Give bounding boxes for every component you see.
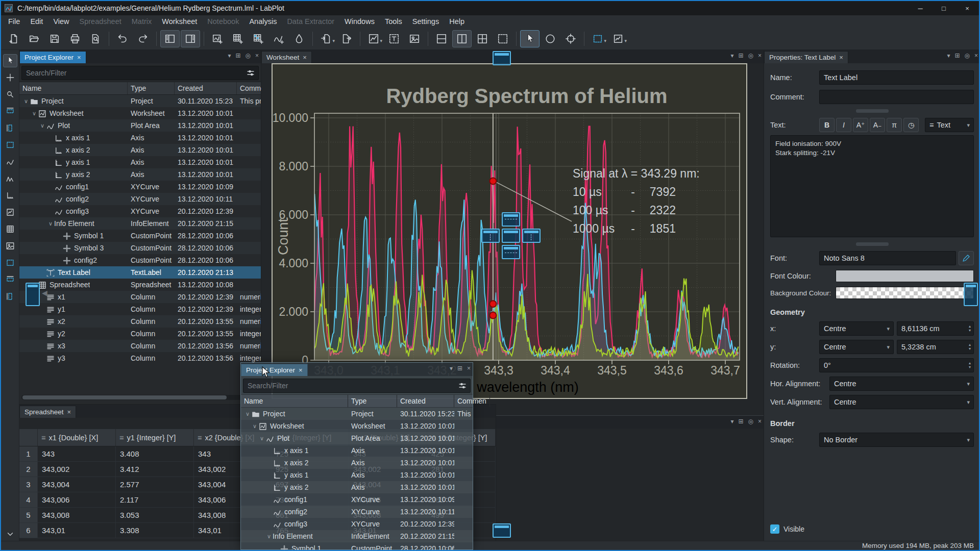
expand-arrow-icon[interactable]: ∨ <box>39 122 46 129</box>
selection-tool-button[interactable]: ▾ <box>588 30 607 47</box>
minimize-button[interactable]: ─ <box>909 1 932 15</box>
dock-indicator-bottom[interactable] <box>493 523 511 538</box>
tab-properties-text-label[interactable]: Properties: Text Label × <box>764 51 848 63</box>
column-header-commen[interactable]: Commen <box>454 395 490 407</box>
expand-arrow-icon[interactable]: ∨ <box>31 110 38 117</box>
menu-analysis[interactable]: Analysis <box>244 16 282 27</box>
scrollbar-handle[interactable] <box>22 395 227 399</box>
pin-icon[interactable]: ◎ <box>748 52 753 59</box>
bold-button[interactable]: B <box>819 118 835 132</box>
y-axis-label[interactable]: Count <box>276 218 291 255</box>
close-icon[interactable]: × <box>974 52 978 59</box>
crosshair-cursor-button[interactable] <box>3 71 17 84</box>
cell[interactable]: 343,01 <box>38 523 116 538</box>
save-button[interactable] <box>45 30 64 47</box>
cell[interactable]: 2.117 <box>116 492 194 507</box>
new-project-button[interactable] <box>4 30 23 47</box>
select-y-range-button[interactable] <box>3 290 17 303</box>
pin-icon[interactable]: ◎ <box>965 52 970 59</box>
tree-row-project[interactable]: ∨ProjectProject30.11.2020 15:23This proj… <box>241 408 473 420</box>
tree-row-worksheet[interactable]: ∨WorksheetWorksheet13.12.2020 10:01 <box>241 420 473 432</box>
new-curve-button[interactable] <box>269 30 288 47</box>
find-peaks-button[interactable] <box>3 172 17 185</box>
column-header-name[interactable]: Name <box>19 82 128 94</box>
float-icon[interactable]: ⊞ <box>738 52 743 59</box>
zoom-y-select-button[interactable] <box>3 121 17 135</box>
new-matrix-button[interactable] <box>249 30 268 47</box>
expand-arrow-icon[interactable]: ∨ <box>258 435 265 442</box>
tree-row-y2[interactable]: y2Column20.12.2020 13:55integer da <box>19 328 261 340</box>
tree-row-plot[interactable]: ∨PlotPlot Area13.12.2020 10:01 <box>241 432 473 444</box>
close-icon[interactable]: × <box>758 52 762 59</box>
tree-row-info-element[interactable]: ∨Info ElementInfoElement20.12.2020 21:15 <box>241 530 473 542</box>
vertical-layout-button[interactable] <box>432 30 451 47</box>
hor-alignment-combo[interactable]: Centre <box>829 377 974 391</box>
horizontal-layout-button[interactable] <box>452 30 472 47</box>
search-input[interactable] <box>247 381 458 390</box>
title-bar[interactable]: C:/temp/bin/data/labplot2/examples/Gener… <box>1 1 979 15</box>
tree-row-symbol-1[interactable]: Symbol 1CustomPoint28.12.2020 10:06 <box>19 230 261 242</box>
select-arrow-button[interactable] <box>3 54 17 67</box>
menu-view[interactable]: View <box>48 16 74 27</box>
cell[interactable]: 3.053 <box>116 508 194 522</box>
print-preview-button[interactable] <box>86 30 105 47</box>
close-icon[interactable]: × <box>67 408 71 416</box>
expand-arrow-icon[interactable]: ∨ <box>251 423 258 430</box>
select-mode-button[interactable] <box>520 30 540 47</box>
tree-row-x-axis-2[interactable]: x axis 2Axis13.12.2020 10:01 <box>241 457 473 469</box>
tree-row-config2[interactable]: config2XYCurve13.12.2020 10:11 <box>19 193 261 205</box>
tab-worksheet[interactable]: Worksheet × <box>261 51 312 63</box>
y-position-spinbox[interactable]: 5,3238 cm▴▾ <box>897 340 974 354</box>
cell[interactable]: 343 <box>38 446 116 461</box>
tree-row-config1[interactable]: config1XYCurve13.12.2020 10:09 <box>241 493 473 506</box>
export-button[interactable] <box>337 30 356 47</box>
close-icon[interactable]: × <box>299 366 303 374</box>
label-text-editor[interactable]: Field ionisation: 900V Stark splitting: … <box>770 135 974 237</box>
cell[interactable]: 3.408 <box>116 446 194 461</box>
background-colour-swatch[interactable] <box>836 287 974 299</box>
info-marker-point[interactable] <box>489 178 496 184</box>
menu-icon[interactable]: ▾ <box>450 365 453 372</box>
add-plot-button[interactable]: ▾ <box>364 30 383 47</box>
tree-row-spreadsheet[interactable]: ∨SpreadsheetSpreadsheet13.12.2020 10:08 <box>19 279 261 291</box>
border-shape-combo[interactable]: No Border <box>819 433 974 447</box>
horizontal-scrollbar[interactable] <box>21 395 254 400</box>
info-element-text-label[interactable]: Signal at λ = 343.29 nm:10 µs-7392100 µs… <box>573 167 700 235</box>
tree-row-y-axis-2[interactable]: y axis 2Axis13.12.2020 10:01 <box>19 168 261 181</box>
break-layout-button[interactable] <box>493 30 512 47</box>
menu-windows[interactable]: Windows <box>339 16 380 27</box>
tree-row-x2[interactable]: x2Column20.12.2020 13:55numerical <box>19 315 261 328</box>
spreadsheet-column-header[interactable]: ≡y1 {Integer} [Y] <box>116 429 194 446</box>
tree-row-config2[interactable]: config2CustomPoint28.12.2020 10:06 <box>19 254 261 266</box>
tree-row-info-element[interactable]: ∨Info ElementInfoElement20.12.2020 21:15 <box>19 217 261 230</box>
dock-indicator-cluster-center[interactable] <box>502 229 520 243</box>
zoom-select-button[interactable] <box>3 88 17 101</box>
tree-row-x1[interactable]: x1Column20.12.2020 12:39numerical <box>19 291 261 303</box>
menu-icon[interactable]: ▾ <box>228 52 231 59</box>
vert-alignment-combo[interactable]: Centre <box>829 395 974 409</box>
info-marker-point[interactable] <box>489 312 496 319</box>
fit-curve-button[interactable] <box>3 155 17 168</box>
menu-icon[interactable]: ▾ <box>947 52 950 59</box>
undo-button[interactable] <box>113 30 132 47</box>
tree-row-x3[interactable]: x3Column20.12.2020 13:56numerical <box>19 340 261 352</box>
menu-icon[interactable]: ▾ <box>730 418 733 425</box>
tree-row-y-axis-1[interactable]: y axis 1Axis13.12.2020 10:01 <box>19 156 261 168</box>
tree-row-project[interactable]: ∨ProjectProject30.11.2020 15:23This proj… <box>19 95 261 107</box>
float-icon[interactable]: ⊞ <box>235 52 240 59</box>
menu-file[interactable]: File <box>3 16 25 27</box>
menu-icon[interactable]: ▾ <box>730 52 733 59</box>
new-worksheet-button[interactable] <box>208 30 227 47</box>
cell[interactable]: 3.412 <box>116 462 194 477</box>
close-icon[interactable]: × <box>758 418 762 425</box>
splitter-handle[interactable] <box>856 109 889 113</box>
italic-button[interactable]: I <box>836 118 851 132</box>
grid-layout-button[interactable] <box>473 30 492 47</box>
filter-icon[interactable] <box>458 381 467 390</box>
zoom-x-select-button[interactable] <box>3 105 17 118</box>
add-text-label-button[interactable] <box>384 30 404 47</box>
open-project-button[interactable] <box>24 30 44 47</box>
filter-icon[interactable] <box>246 68 255 78</box>
new-spreadsheet-button[interactable] <box>3 222 17 236</box>
menu-worksheet[interactable]: Worksheet <box>157 16 202 27</box>
